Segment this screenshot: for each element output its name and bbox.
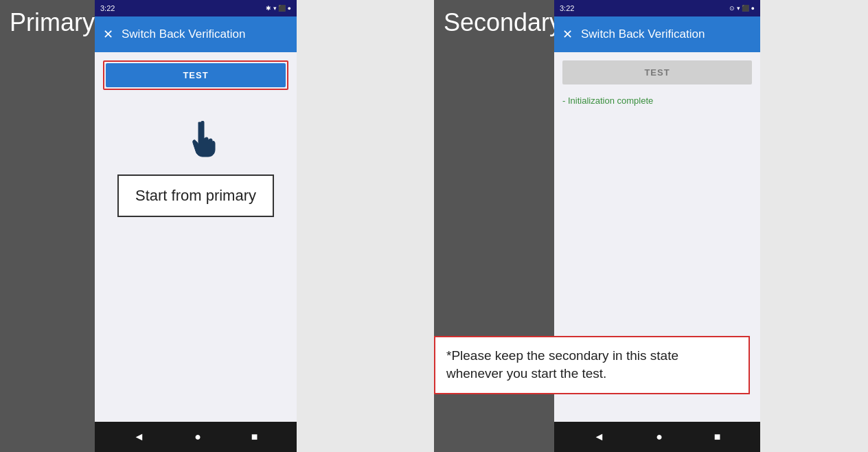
left-spacer bbox=[297, 0, 434, 452]
primary-label: Primary bbox=[10, 8, 95, 37]
primary-home-button[interactable]: ● bbox=[194, 431, 201, 443]
secondary-test-button: TEST bbox=[562, 60, 752, 84]
start-from-primary-text: Start from primary bbox=[135, 187, 256, 204]
primary-status-bar: 3:22 ✱ ▾ ⬛ ● bbox=[95, 0, 297, 16]
start-from-primary-box: Start from primary bbox=[117, 174, 274, 217]
left-panel: Primary 3:22 ✱ ▾ ⬛ ● ✕ Switch Back Verif… bbox=[0, 0, 434, 452]
secondary-label: Secondary bbox=[444, 8, 562, 37]
primary-label-bg: Primary bbox=[0, 0, 95, 452]
secondary-note-box: *Please keep the secondary in this state… bbox=[434, 336, 750, 394]
secondary-status-bar: 3:22 ⊙ ▾ ⬛ ● bbox=[554, 0, 760, 16]
secondary-back-button[interactable]: ◄ bbox=[593, 431, 604, 443]
primary-signal-icon: ✱ ▾ ⬛ ● bbox=[266, 5, 291, 12]
secondary-content: TEST - Initialization complete *Please k… bbox=[554, 52, 760, 422]
secondary-phone: 3:22 ⊙ ▾ ⬛ ● ✕ Switch Back Verification … bbox=[554, 0, 760, 452]
primary-content: TEST Start from primary bbox=[95, 52, 297, 422]
primary-back-button[interactable]: ◄ bbox=[133, 431, 144, 443]
primary-time: 3:22 bbox=[100, 4, 115, 12]
primary-recents-button[interactable]: ■ bbox=[251, 431, 258, 443]
primary-close-icon[interactable]: ✕ bbox=[103, 27, 113, 42]
primary-nav-bar: ◄ ● ■ bbox=[95, 422, 297, 452]
primary-app-bar: ✕ Switch Back Verification bbox=[95, 16, 297, 52]
secondary-status-icons: ⊙ ▾ ⬛ ● bbox=[729, 5, 755, 12]
secondary-signal-icon: ⊙ ▾ ⬛ ● bbox=[729, 5, 755, 12]
hand-cursor-icon bbox=[189, 121, 220, 166]
primary-status-icons: ✱ ▾ ⬛ ● bbox=[266, 5, 291, 12]
right-spacer bbox=[760, 0, 868, 452]
secondary-note-text: *Please keep the secondary in this state… bbox=[446, 348, 678, 381]
secondary-app-title: Switch Back Verification bbox=[581, 27, 705, 41]
primary-test-button-wrapper: TEST bbox=[103, 60, 288, 90]
secondary-app-bar: ✕ Switch Back Verification bbox=[554, 16, 760, 52]
primary-app-title: Switch Back Verification bbox=[122, 27, 245, 41]
secondary-time: 3:22 bbox=[560, 4, 574, 12]
secondary-home-button[interactable]: ● bbox=[656, 431, 663, 443]
right-panel: Secondary 3:22 ⊙ ▾ ⬛ ● ✕ Switch Back Ver… bbox=[434, 0, 868, 452]
init-complete-text: - Initialization complete bbox=[562, 95, 752, 106]
primary-phone: 3:22 ✱ ▾ ⬛ ● ✕ Switch Back Verification … bbox=[95, 0, 297, 452]
secondary-nav-bar: ◄ ● ■ bbox=[554, 422, 760, 452]
secondary-close-icon[interactable]: ✕ bbox=[562, 27, 573, 42]
secondary-recents-button[interactable]: ■ bbox=[714, 431, 721, 443]
primary-test-button[interactable]: TEST bbox=[106, 63, 286, 87]
